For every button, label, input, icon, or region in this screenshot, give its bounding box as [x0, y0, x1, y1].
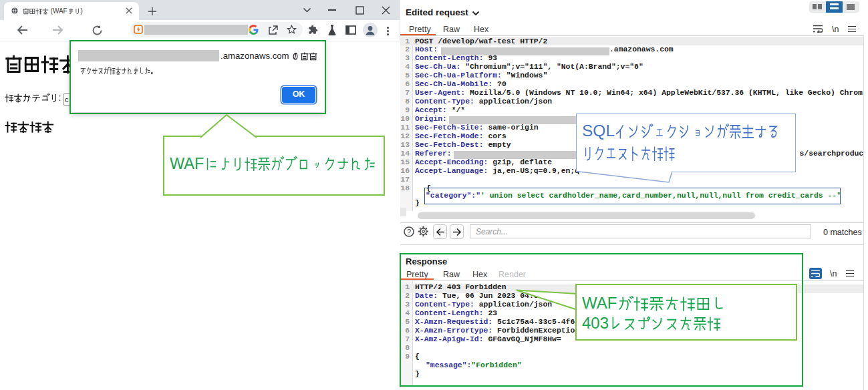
svg-text:WAF: WAF: [170, 155, 204, 172]
svg-text:): ): [80, 7, 82, 15]
svg-text:WAF: WAF: [582, 294, 617, 312]
svg-text::: :: [59, 92, 61, 103]
svg-text:SQL: SQL: [582, 122, 615, 140]
svg-text:?: ?: [407, 228, 411, 236]
svg-text:(WAF: (WAF: [49, 7, 67, 15]
svg-text:403: 403: [582, 314, 609, 332]
